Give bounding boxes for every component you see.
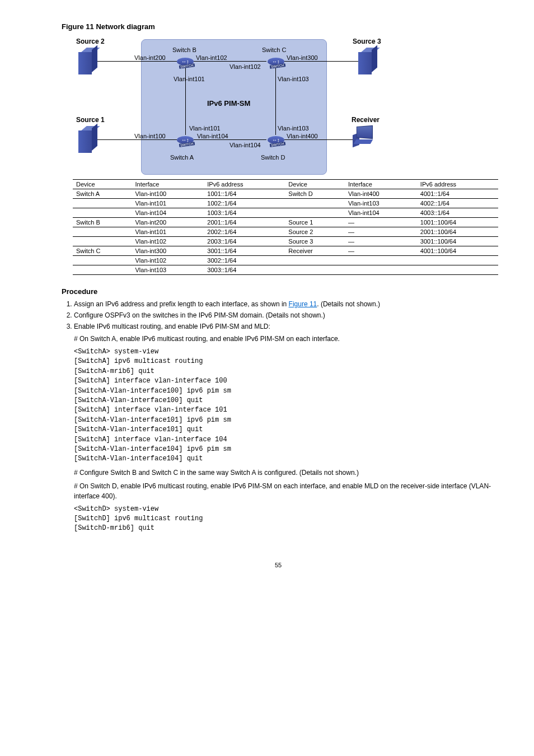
table-row: Vlan-int1041003::1/64Vlan-int1044003::1/…	[73, 208, 498, 218]
switch-c-label: Switch C	[262, 46, 286, 53]
switch-d-label: Switch D	[261, 154, 285, 161]
switch-b-icon: ↔↕SWITCH	[175, 57, 196, 72]
source-3-label: Source 3	[353, 38, 381, 45]
pim-label: IPv6 PIM-SM	[207, 99, 250, 108]
source-1-icon	[78, 126, 97, 153]
vlan-label: Vlan-int103	[278, 76, 309, 82]
col-ipv6: IPv6 address	[204, 180, 285, 189]
step-3b: # Configure Switch B and Switch C in the…	[74, 468, 495, 478]
wire	[275, 66, 276, 135]
figure-title: Figure 11 Network diagram	[62, 22, 495, 31]
source-1-label: Source 1	[76, 116, 105, 124]
step-3a: # On Switch A, enable IPv6 multicast rou…	[74, 334, 495, 344]
switch-b-label: Switch B	[172, 46, 196, 53]
table-row: Vlan-int1022003::1/64Source 3—3001::100/…	[73, 237, 498, 246]
wire	[284, 139, 357, 140]
source-2-icon	[78, 48, 97, 74]
vlan-label: Vlan-int104	[197, 133, 228, 139]
col-ipv6: IPv6 address	[417, 180, 498, 189]
source-2-label: Source 2	[76, 38, 105, 45]
switch-a-icon: ↔↕SWITCH	[175, 135, 196, 151]
table-row: Vlan-int1033003::1/64	[73, 265, 498, 275]
procedure-heading: Procedure	[62, 287, 495, 296]
vlan-label: Vlan-int101	[174, 76, 205, 82]
vlan-label: Vlan-int102	[229, 63, 261, 70]
receiver-label: Receiver	[352, 116, 380, 124]
wire	[284, 61, 364, 62]
network-diagram: ↔↕SWITCH ↔↕SWITCH ↔↕SWITCH ↔↕SWITCH Sour…	[73, 36, 495, 275]
step-1-text: Assign an IPv6 address and prefix length…	[74, 300, 289, 308]
wire	[194, 139, 266, 140]
vlan-label: Vlan-int200	[134, 54, 166, 61]
vlan-label: Vlan-int101	[189, 125, 221, 132]
wire	[93, 61, 177, 62]
cli-block-a: <SwitchA> system-view [SwitchA] ipv6 mul…	[74, 347, 495, 464]
step-3-text: Enable IPv6 multicast routing, and enabl…	[74, 323, 270, 330]
wire	[194, 61, 266, 62]
table-row: Vlan-int1011002::1/64Vlan-int1034002::1/…	[73, 199, 498, 208]
page-number: 55	[62, 562, 495, 568]
source-3-icon	[358, 48, 377, 74]
vlan-label: Vlan-int300	[287, 54, 318, 61]
vlan-label: Vlan-int104	[229, 142, 261, 148]
step-2: Configure OSPFv3 on the switches in the …	[74, 311, 495, 319]
cli-block-d: <SwitchD> system-view [SwitchD] ipv6 mul…	[74, 505, 495, 534]
step-3c: # On Switch D, enable IPv6 multicast rou…	[74, 481, 495, 501]
col-device: Device	[285, 180, 345, 189]
vlan-label: Vlan-int100	[134, 133, 166, 139]
vlan-label: Vlan-int102	[196, 54, 227, 61]
table-row: Switch BVlan-int2002001::1/64Source 1—10…	[73, 218, 498, 227]
vlan-label: Vlan-int400	[287, 133, 318, 139]
step-3: Enable IPv6 multicast routing, and enabl…	[74, 323, 495, 534]
table-row: Switch CVlan-int3003001::1/64Receiver—40…	[73, 246, 498, 256]
switch-a-label: Switch A	[170, 154, 194, 161]
switch-c-icon: ↔↕SWITCH	[265, 57, 287, 72]
switch-d-icon: ↔↕SWITCH	[265, 135, 287, 151]
step-1-end: . (Details not shown.)	[317, 300, 380, 308]
table-row: Vlan-int1012002::1/64Source 2—2001::100/…	[73, 227, 498, 237]
col-device: Device	[73, 180, 132, 189]
receiver-icon	[353, 126, 374, 146]
step-1: Assign an IPv6 address and prefix length…	[74, 300, 495, 308]
table-header-row: Device Interface IPv6 address Device Int…	[73, 180, 498, 189]
col-interface: Interface	[132, 180, 204, 189]
col-interface: Interface	[345, 180, 417, 189]
vlan-label: Vlan-int103	[278, 125, 309, 132]
address-table: Device Interface IPv6 address Device Int…	[73, 179, 498, 275]
table-row: Vlan-int1023002::1/64	[73, 256, 498, 265]
wire	[93, 139, 177, 140]
table-row: Switch AVlan-int1001001::1/64Switch DVla…	[73, 189, 498, 199]
figure-link[interactable]: Figure 11	[289, 300, 317, 308]
